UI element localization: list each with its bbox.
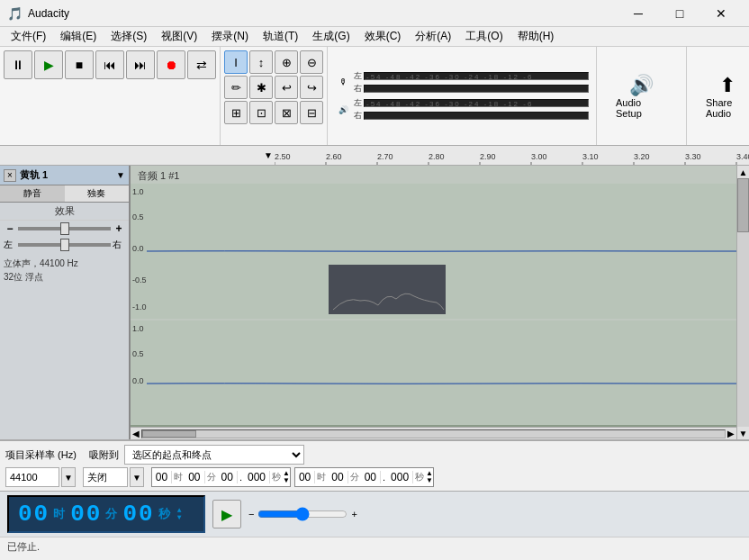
pan-row: 左 右 <box>0 237 129 253</box>
zoom-fit3-tool[interactable]: ⊠ <box>275 101 298 124</box>
volume-minus[interactable]: − <box>4 222 16 235</box>
menu-record[interactable]: 摆录(N) <box>204 27 256 46</box>
time2-m[interactable]: 00 <box>328 471 347 483</box>
time1-s[interactable]: 00 <box>218 471 238 483</box>
menubar: 文件(F) 编辑(E) 选择(S) 视图(V) 摆录(N) 轨道(T) 生成(G… <box>0 27 749 47</box>
zoom-out-tool[interactable]: ⊖ <box>300 50 323 74</box>
transport-play-button[interactable]: ▶ <box>212 500 241 528</box>
time1-h[interactable]: 00 <box>152 471 172 483</box>
speed-slider[interactable] <box>257 507 347 521</box>
time1-h-unit: 时 <box>172 471 185 483</box>
record-button[interactable]: ⏺ <box>157 50 185 79</box>
scroll-thumb[interactable] <box>142 430 196 438</box>
vertical-scrollbar: ▲ ▼ <box>736 166 749 439</box>
svg-text:2.50: 2.50 <box>275 152 291 161</box>
selection-dropdown[interactable]: 选区的起点和终点 <box>124 445 304 465</box>
status-text: 已停止. <box>7 540 40 554</box>
time-hours: 00 <box>18 501 50 528</box>
track-info: 立体声，44100 Hz 32位 浮点 <box>0 253 129 287</box>
minimize-button[interactable]: ─ <box>618 0 659 27</box>
mute-tab[interactable]: 静音 <box>0 185 65 202</box>
pause-button[interactable]: ⏸ <box>4 50 32 79</box>
track-bottom-border <box>131 425 736 427</box>
vu-out-right-label: 右 <box>354 110 363 122</box>
time-s-unit: 秒 <box>158 506 172 522</box>
v-scroll-thumb[interactable] <box>737 178 749 232</box>
pan-slider[interactable] <box>18 243 111 247</box>
time2-h[interactable]: 00 <box>295 471 315 483</box>
sample-rate-label: 项目采样率 (Hz) <box>5 448 77 462</box>
time2-s[interactable]: 00 <box>361 471 381 483</box>
audio-setup-icon: 🔊 <box>629 74 654 97</box>
maximize-button[interactable]: □ <box>659 0 700 27</box>
vu-out-scale: -54 -48 -42 -36 -30 -24 -18 -12 -6 <box>366 100 533 108</box>
scroll-left-arrow[interactable]: ◀ <box>132 429 140 438</box>
time2-h-unit: 时 <box>315 471 328 483</box>
menu-generate[interactable]: 生成(G) <box>305 27 356 46</box>
menu-view[interactable]: 视图(V) <box>154 27 204 46</box>
menu-edit[interactable]: 编辑(E) <box>53 27 104 46</box>
sample-rate-input[interactable] <box>5 467 59 487</box>
next-button[interactable]: ⏭ <box>126 50 155 79</box>
play-button[interactable]: ▶ <box>34 50 63 79</box>
scroll-up-arrow[interactable]: ▲ <box>737 166 749 178</box>
volume-slider[interactable] <box>18 227 111 230</box>
undo-tool[interactable]: ↩ <box>275 76 298 99</box>
envelope-tool[interactable]: ↕ <box>249 50 273 74</box>
time-m-unit: 分 <box>105 506 119 522</box>
select-tool[interactable]: I <box>224 50 248 74</box>
zoom-fit1-tool[interactable]: ⊞ <box>224 101 248 124</box>
pan-thumb[interactable] <box>60 239 69 251</box>
zoom-fit2-tool[interactable]: ⊡ <box>249 101 273 124</box>
share-audio-button[interactable]: ⬆ Share Audio <box>698 69 749 123</box>
prev-button[interactable]: ⏮ <box>95 50 124 79</box>
solo-tab[interactable]: 独奏 <box>65 185 130 202</box>
sample-rate-dropdown-icon[interactable]: ▼ <box>61 467 76 487</box>
transport-time-arrows[interactable]: ▲ ▼ <box>177 507 184 521</box>
menu-help[interactable]: 帮助(H) <box>510 27 562 46</box>
mic-icon: 🎙 <box>339 77 347 86</box>
menu-effects[interactable]: 效果(C) <box>357 27 409 46</box>
time1-ms[interactable]: 000 <box>244 471 270 483</box>
menu-analyze[interactable]: 分析(A) <box>408 27 458 46</box>
time-h-unit: 时 <box>53 506 67 522</box>
time2-arrows[interactable]: ▲ ▼ <box>426 470 433 484</box>
close-button[interactable]: ✕ <box>700 0 742 27</box>
volume-thumb[interactable] <box>60 222 69 235</box>
snap-input[interactable] <box>83 467 128 487</box>
volume-plus[interactable]: + <box>113 222 125 235</box>
redo-tool[interactable]: ↪ <box>300 76 323 99</box>
audio-setup-button[interactable]: 🔊 Audio Setup <box>608 69 675 123</box>
menu-file[interactable]: 文件(F) <box>4 27 53 46</box>
zoom-fit4-tool[interactable]: ⊟ <box>300 101 323 124</box>
time-minutes: 00 <box>70 501 102 528</box>
svg-text:3.10: 3.10 <box>582 152 599 161</box>
scroll-right-arrow[interactable]: ▶ <box>727 429 735 438</box>
menu-tools[interactable]: 工具(O) <box>458 27 510 46</box>
scroll-down-arrow[interactable]: ▼ <box>737 427 749 439</box>
time1-arrows[interactable]: ▲ ▼ <box>283 470 290 484</box>
audio-setup-area: 🔊 Audio Setup <box>597 47 687 145</box>
stop-button[interactable]: ■ <box>65 50 94 79</box>
menu-select[interactable]: 选择(S) <box>104 27 154 46</box>
time1-m[interactable]: 00 <box>185 471 204 483</box>
scroll-track <box>141 429 726 438</box>
zoom-in-tool[interactable]: ⊕ <box>275 50 298 74</box>
menu-track[interactable]: 轨道(T) <box>256 27 305 46</box>
track-header: × 黄轨 1 ▼ <box>0 166 129 185</box>
track-dropdown-icon[interactable]: ▼ <box>116 170 125 180</box>
track-info-line1: 立体声，44100 Hz <box>4 257 125 270</box>
draw-tool[interactable]: ✏ <box>224 76 248 99</box>
snap-dropdown-icon[interactable]: ▼ <box>130 467 144 487</box>
svg-text:1.0: 1.0 <box>132 324 144 333</box>
loop-button[interactable]: ⇄ <box>187 50 216 79</box>
time2-ms[interactable]: 000 <box>387 471 413 483</box>
svg-text:2.70: 2.70 <box>377 152 393 161</box>
track-close-button[interactable]: × <box>4 169 16 182</box>
star-tool[interactable]: ✱ <box>249 76 273 99</box>
svg-text:2.80: 2.80 <box>429 152 445 161</box>
time1-dot: . <box>238 472 244 483</box>
pan-left-label: 左 <box>4 239 16 251</box>
svg-text:0.5: 0.5 <box>132 349 144 358</box>
bottom-controls: 项目采样率 (Hz) 吸附到 选区的起点和终点 ▼ ▼ 00 时 00 分 00… <box>0 440 749 491</box>
